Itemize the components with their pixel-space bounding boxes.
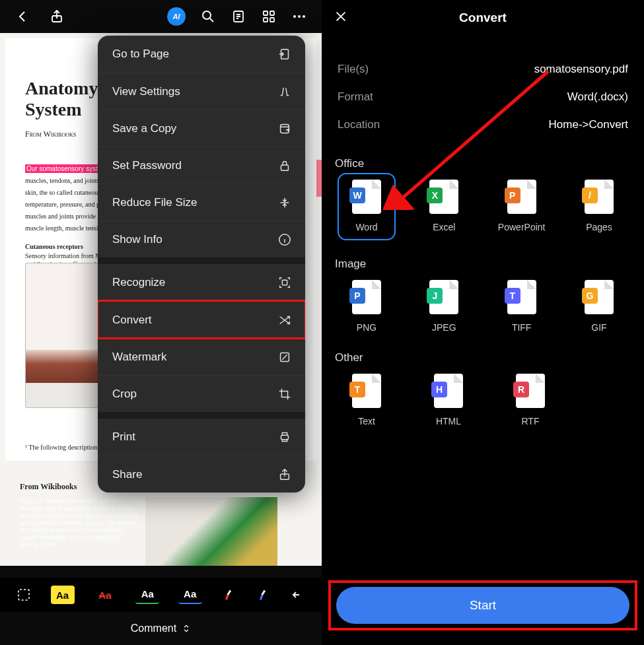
- ppt-icon: P: [507, 180, 536, 214]
- comment-label: Comment: [131, 623, 176, 634]
- menu-save-copy[interactable]: Save a Copy: [98, 110, 305, 147]
- menu-recognize[interactable]: Recognize: [98, 264, 305, 301]
- section-other: Other: [335, 351, 632, 364]
- select-area-icon[interactable]: [16, 587, 32, 603]
- format-text[interactable]: T Text: [339, 374, 394, 426]
- annotation-toolbar: Aa Aa Aa Aa: [0, 578, 322, 612]
- meta-format-val: Word(.docx): [567, 90, 628, 104]
- excel-icon: X: [429, 180, 458, 214]
- meta-location-val: Home->Convert: [549, 118, 628, 131]
- svg-rect-5: [264, 18, 268, 22]
- menu-view-settings[interactable]: View Settings: [98, 73, 305, 110]
- meta-location-key: Location: [338, 118, 380, 131]
- tiff-icon: T: [507, 280, 536, 314]
- format-word[interactable]: W Word: [339, 174, 394, 239]
- menu-convert[interactable]: Convert: [98, 301, 305, 338]
- convert-title: Convert: [353, 11, 612, 25]
- pen-red-icon[interactable]: [221, 587, 236, 603]
- undo-icon[interactable]: [290, 587, 306, 603]
- page-list-icon[interactable]: [231, 9, 246, 24]
- svg-rect-14: [282, 280, 287, 285]
- doc-highlight: Our somatosensory system: [25, 164, 108, 173]
- format-tiff[interactable]: T TIFF: [494, 280, 550, 333]
- menu-goto-page[interactable]: Go to Page: [98, 36, 305, 73]
- section-image: Image: [335, 257, 632, 271]
- word-icon: W: [352, 180, 381, 214]
- meta-files-key: File(s): [338, 63, 369, 76]
- format-gif[interactable]: G GIF: [571, 280, 627, 333]
- pdf-viewer-screen: AI Anatomy of the Somatosensory System F…: [0, 0, 322, 645]
- doc-figure-2-wrap: From Wikibooks Figure 2: Mammalian muscl…: [20, 482, 277, 566]
- back-icon[interactable]: [15, 9, 30, 24]
- format-pages[interactable]: / Pages: [571, 180, 627, 239]
- format-png[interactable]: P PNG: [339, 280, 394, 333]
- share-top-icon[interactable]: [49, 9, 65, 24]
- section-office: Office: [335, 157, 632, 170]
- menu-watermark[interactable]: Watermark: [98, 338, 305, 375]
- html-icon: H: [434, 374, 463, 408]
- pages-icon: /: [585, 180, 614, 214]
- format-jpeg[interactable]: J JPEG: [416, 280, 472, 333]
- ai-badge[interactable]: AI: [167, 7, 186, 26]
- top-toolbar: AI: [0, 0, 322, 33]
- svg-rect-11: [281, 124, 289, 133]
- comment-button[interactable]: Comment: [0, 612, 322, 645]
- menu-show-info[interactable]: Show Info: [98, 221, 305, 257]
- squiggly-tool[interactable]: Aa: [178, 586, 202, 604]
- svg-rect-6: [270, 18, 274, 22]
- meta-files-val: somatosensory.pdf: [534, 63, 628, 76]
- rtf-icon: R: [516, 374, 545, 408]
- highlight-tool[interactable]: Aa: [51, 586, 75, 604]
- doc-figure-2: [145, 497, 277, 566]
- menu-set-password[interactable]: Set Password: [98, 147, 305, 184]
- format-excel[interactable]: X Excel: [416, 180, 472, 239]
- gif-icon: G: [585, 280, 614, 314]
- close-icon[interactable]: [334, 9, 353, 27]
- overflow-menu: Go to Page View Settings Save a Copy Set…: [98, 36, 305, 492]
- svg-rect-16: [281, 435, 289, 439]
- svg-point-7: [293, 15, 296, 18]
- format-rtf[interactable]: R RTF: [503, 374, 558, 426]
- convert-metadata: File(s)somatosensory.pdf FormatWord(.doc…: [334, 55, 632, 139]
- svg-rect-18: [18, 590, 29, 600]
- menu-print[interactable]: Print: [98, 419, 305, 456]
- svg-rect-3: [264, 11, 268, 15]
- svg-point-8: [298, 15, 301, 18]
- meta-format-key: Format: [338, 90, 373, 104]
- pen-blue-icon[interactable]: [255, 587, 271, 603]
- search-icon[interactable]: [200, 9, 216, 24]
- jpeg-icon: J: [429, 280, 458, 314]
- menu-reduce-size[interactable]: Reduce File Size: [98, 184, 305, 221]
- svg-rect-12: [281, 165, 289, 170]
- convert-screen: Convert File(s)somatosensory.pdf FormatW…: [322, 0, 644, 645]
- underline-tool[interactable]: Aa: [135, 586, 159, 604]
- doc-fig2-caption: Figure 2: Mammalian muscle spindle showi…: [20, 497, 139, 548]
- menu-crop[interactable]: Crop: [98, 375, 305, 412]
- more-icon[interactable]: [291, 9, 307, 24]
- strikeout-tool[interactable]: Aa: [93, 586, 117, 604]
- text-icon: T: [352, 374, 381, 408]
- menu-share[interactable]: Share: [98, 456, 305, 492]
- format-powerpoint[interactable]: P PowerPoint: [494, 180, 550, 239]
- start-button[interactable]: Start: [336, 587, 629, 624]
- png-icon: P: [352, 280, 381, 314]
- svg-point-1: [203, 11, 211, 19]
- svg-rect-4: [270, 11, 274, 15]
- apps-icon[interactable]: [261, 9, 277, 24]
- svg-point-9: [303, 15, 305, 18]
- format-html[interactable]: H HTML: [421, 374, 476, 426]
